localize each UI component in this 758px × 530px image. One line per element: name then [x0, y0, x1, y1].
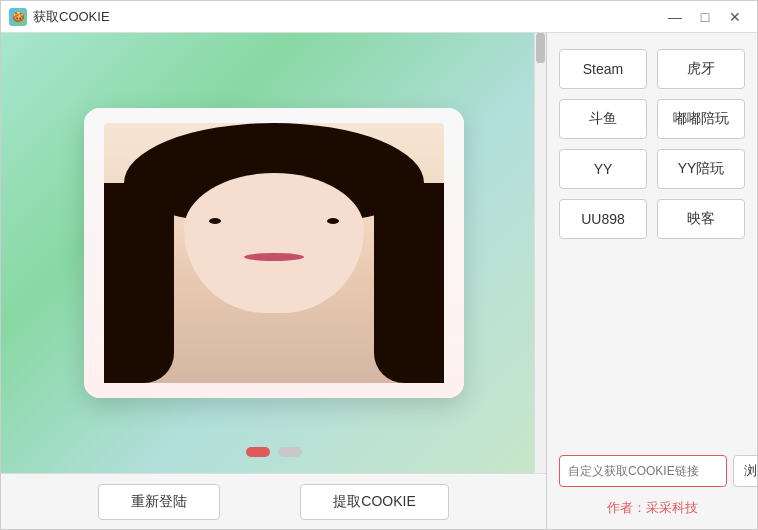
eye-right: [327, 218, 339, 224]
main-content: 重新登陆 提取COOKIE Steam 虎牙 斗鱼 嘟嘟陪玩 YY YY陪玩 U…: [1, 33, 757, 529]
carousel-card: [84, 108, 464, 398]
carousel-dot-2[interactable]: [278, 447, 302, 457]
service-yingke[interactable]: 映客: [657, 199, 745, 239]
carousel: [1, 33, 546, 473]
portrait: [104, 123, 444, 383]
portrait-image: [104, 123, 444, 383]
app-icon: 🍪: [9, 8, 27, 26]
browser-panel: 重新登陆 提取COOKIE: [1, 33, 547, 529]
service-yyplay[interactable]: YY陪玩: [657, 149, 745, 189]
right-panel: Steam 虎牙 斗鱼 嘟嘟陪玩 YY YY陪玩 UU898 映客 浏览 作者：…: [547, 33, 757, 529]
browser-scrollbar[interactable]: [534, 33, 546, 473]
maximize-button[interactable]: □: [691, 6, 719, 28]
relogin-button[interactable]: 重新登陆: [98, 484, 220, 520]
hair-side-right: [374, 183, 444, 383]
service-steam[interactable]: Steam: [559, 49, 647, 89]
service-yy[interactable]: YY: [559, 149, 647, 189]
get-cookie-button[interactable]: 提取COOKIE: [300, 484, 448, 520]
carousel-dots: [246, 447, 302, 457]
service-grid: Steam 虎牙 斗鱼 嘟嘟陪玩 YY YY陪玩 UU898 映客: [559, 49, 745, 239]
window-title: 获取COOKIE: [33, 8, 661, 26]
hair-side-left: [104, 183, 174, 383]
cookie-url-input[interactable]: [559, 455, 727, 487]
face: [184, 173, 364, 313]
window-controls: — □ ✕: [661, 6, 749, 28]
browser-viewport[interactable]: [1, 33, 546, 473]
service-nanaplay[interactable]: 嘟嘟陪玩: [657, 99, 745, 139]
spacer: [559, 255, 745, 455]
service-huya[interactable]: 虎牙: [657, 49, 745, 89]
bottom-bar: 重新登陆 提取COOKIE: [1, 473, 546, 529]
carousel-dot-1[interactable]: [246, 447, 270, 457]
main-window: 🍪 获取COOKIE — □ ✕: [0, 0, 758, 530]
service-uu898[interactable]: UU898: [559, 199, 647, 239]
author-label: 作者：采采科技: [559, 499, 745, 517]
close-button[interactable]: ✕: [721, 6, 749, 28]
cookie-url-row: 浏览: [559, 455, 745, 487]
carousel-card-inner: [84, 108, 464, 398]
titlebar: 🍪 获取COOKIE — □ ✕: [1, 1, 757, 33]
service-douyu[interactable]: 斗鱼: [559, 99, 647, 139]
lips: [244, 253, 304, 261]
eye-left: [209, 218, 221, 224]
minimize-button[interactable]: —: [661, 6, 689, 28]
browse-button[interactable]: 浏览: [733, 455, 757, 487]
scrollbar-thumb[interactable]: [536, 33, 545, 63]
